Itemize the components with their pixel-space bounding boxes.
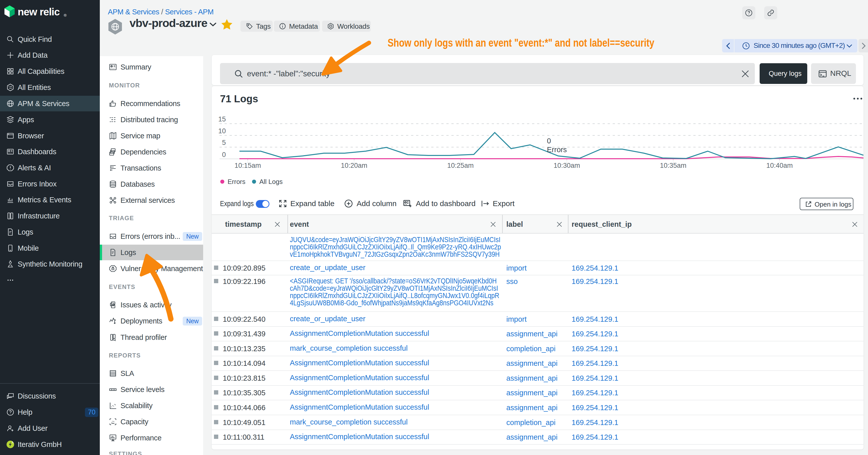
svg-text:10:25am: 10:25am (447, 162, 473, 169)
svg-text:10:15am: 10:15am (235, 162, 261, 169)
svg-text:Errors: Errors (547, 145, 567, 154)
svg-text:All Logs: All Logs (259, 178, 283, 186)
svg-text:5: 5 (222, 139, 226, 147)
svg-text:10:30am: 10:30am (554, 162, 580, 169)
svg-text:10:40am: 10:40am (766, 162, 793, 169)
svg-text:10:20am: 10:20am (341, 162, 367, 169)
svg-text:10: 10 (218, 127, 226, 135)
svg-text:0: 0 (547, 137, 551, 145)
svg-text:Errors: Errors (227, 178, 246, 186)
svg-text:10:35am: 10:35am (660, 162, 686, 169)
svg-text:0: 0 (222, 151, 226, 159)
svg-text:15: 15 (218, 116, 226, 123)
